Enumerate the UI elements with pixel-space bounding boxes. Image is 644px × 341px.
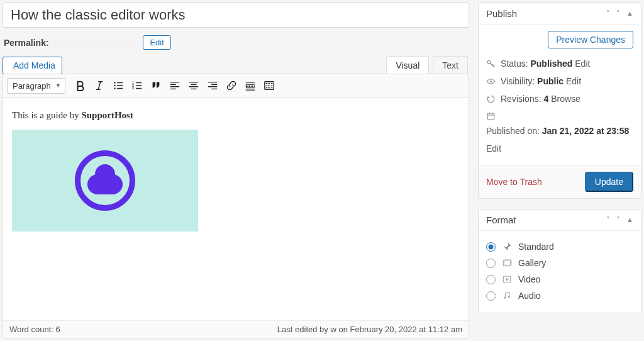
move-to-trash-link[interactable]: Move to Trash xyxy=(486,177,542,187)
visibility-line: Visibility: Public Edit xyxy=(486,72,633,90)
align-left-button[interactable] xyxy=(166,77,184,94)
revisions-icon xyxy=(486,94,496,104)
editor-mode-tabs: Visual Text xyxy=(386,56,468,74)
add-media-button[interactable]: Add Media xyxy=(3,57,62,74)
svg-rect-10 xyxy=(487,113,494,120)
publish-panel: Publish ˄ ˅ ▲ Preview Changes Status: Pu… xyxy=(478,3,641,199)
editor-content-area[interactable]: This is a guide by SupportHost xyxy=(3,98,469,320)
status-edit-link[interactable]: Edit xyxy=(575,59,590,69)
format-option-standard[interactable]: Standard xyxy=(486,238,633,255)
permalink-row: Permalink: ——— ——— ——— Edit xyxy=(4,35,468,50)
panel-move-down-icon[interactable]: ˅ xyxy=(616,9,620,18)
editor-frame: Paragraph 123 This is a guide by Support… xyxy=(3,74,469,338)
content-paragraph: This is a guide by SupportHost xyxy=(12,110,460,121)
word-count: Word count: 6 xyxy=(9,325,60,334)
eye-icon xyxy=(486,77,496,86)
radio-icon xyxy=(486,259,496,268)
svg-point-2 xyxy=(114,85,115,86)
radio-checked-icon xyxy=(486,242,496,252)
published-on-line: Published on: Jan 21, 2022 at 23:58 xyxy=(486,108,633,140)
calendar-icon xyxy=(486,111,496,121)
svg-point-1 xyxy=(114,82,115,83)
format-option-audio[interactable]: Audio xyxy=(486,288,633,304)
paragraph-format-select[interactable]: Paragraph xyxy=(7,78,65,94)
format-panel: Format ˄ ˅ ▲ Standard xyxy=(478,209,641,313)
read-more-button[interactable] xyxy=(242,77,259,94)
panel-move-up-icon[interactable]: ˄ xyxy=(606,216,610,224)
preview-changes-button[interactable]: Preview Changes xyxy=(548,31,633,48)
editor-toolbar: Paragraph 123 xyxy=(3,74,469,98)
blockquote-button[interactable] xyxy=(147,77,165,94)
permalink-edit-button[interactable]: Edit xyxy=(143,35,170,50)
panel-move-up-icon[interactable]: ˄ xyxy=(606,9,610,18)
format-panel-title: Format xyxy=(486,215,516,225)
tab-text[interactable]: Text xyxy=(433,56,468,74)
format-option-video[interactable]: Video xyxy=(486,271,633,288)
permalink-label: Permalink: xyxy=(4,38,49,48)
format-option-gallery[interactable]: Gallery xyxy=(486,255,633,271)
link-button[interactable] xyxy=(223,77,240,94)
bold-button[interactable] xyxy=(72,77,89,94)
panel-toggle-icon[interactable]: ▲ xyxy=(626,216,633,224)
radio-icon xyxy=(486,291,496,301)
align-center-button[interactable] xyxy=(185,77,203,94)
cloud-icon xyxy=(75,150,135,211)
last-edited: Last edited by w on February 20, 2022 at… xyxy=(277,325,462,334)
italic-button[interactable] xyxy=(91,77,108,94)
status-line: Status: Published Edit xyxy=(486,55,633,72)
toolbar-toggle-button[interactable] xyxy=(260,77,278,94)
svg-point-15 xyxy=(508,296,510,298)
panel-move-down-icon[interactable]: ˅ xyxy=(616,216,620,224)
add-media-label: Add Media xyxy=(13,60,55,70)
update-button[interactable]: Update xyxy=(585,172,633,192)
svg-point-3 xyxy=(114,87,115,89)
format-list: Standard Gallery Video xyxy=(486,237,633,305)
svg-point-14 xyxy=(504,297,506,299)
audio-icon xyxy=(502,291,512,301)
align-right-button[interactable] xyxy=(204,77,221,94)
key-icon xyxy=(486,59,496,69)
post-title-input[interactable] xyxy=(3,3,469,28)
content-image[interactable] xyxy=(12,130,198,232)
editor-status-bar: Word count: 6 Last edited by w on Februa… xyxy=(3,320,469,338)
revisions-line: Revisions: 4 Browse xyxy=(486,90,633,108)
panel-toggle-icon[interactable]: ▲ xyxy=(626,9,633,18)
numbered-list-button[interactable]: 123 xyxy=(128,77,146,94)
visibility-edit-link[interactable]: Edit xyxy=(566,76,581,86)
permalink-url: ——— ——— ——— xyxy=(54,38,138,48)
bulleted-list-button[interactable] xyxy=(109,77,127,94)
gallery-icon xyxy=(502,258,512,268)
pin-icon xyxy=(502,242,512,252)
radio-icon xyxy=(486,275,496,284)
video-icon xyxy=(502,274,512,284)
publish-panel-title: Publish xyxy=(486,8,517,19)
revisions-browse-link[interactable]: Browse xyxy=(551,94,580,104)
svg-point-9 xyxy=(490,81,492,82)
svg-text:3: 3 xyxy=(132,86,134,90)
tab-visual[interactable]: Visual xyxy=(386,56,429,74)
published-edit-link[interactable]: Edit xyxy=(486,143,501,154)
